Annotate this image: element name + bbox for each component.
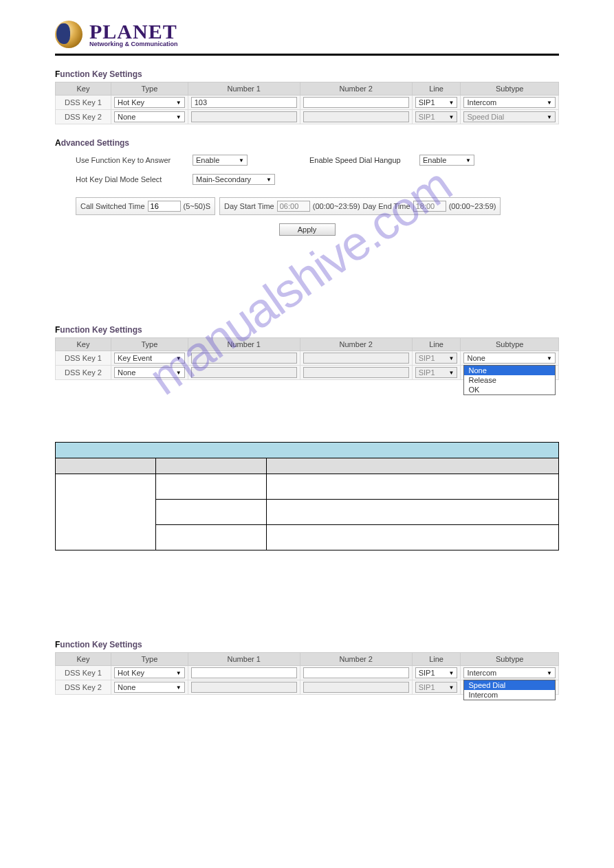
number2-input[interactable]	[303, 97, 409, 108]
header-type: Type	[111, 338, 188, 351]
fk-table-2: Key Type Number 1 Number 2 Line Subtype …	[55, 337, 559, 380]
number2-input	[303, 111, 409, 122]
day-end-input[interactable]: 18:00	[413, 201, 446, 212]
number2-input	[303, 367, 409, 378]
logo-row: PLANET Networking & Communication	[55, 21, 559, 56]
chevron-down-icon: ▼	[176, 114, 182, 120]
subtype-select[interactable]: Intercom▼	[463, 97, 556, 108]
type-select[interactable]: None▼	[114, 111, 185, 122]
chevron-down-icon: ▼	[239, 157, 244, 164]
key-label: DSS Key 1	[56, 96, 111, 110]
description-table	[55, 442, 559, 550]
number1-input	[191, 353, 297, 364]
chevron-down-icon: ▼	[176, 370, 182, 376]
dropdown-option[interactable]: Intercom	[464, 690, 555, 700]
table-row: DSS Key 1 Hot Key▼ 103 SIP1▼ Intercom▼	[56, 96, 559, 110]
number1-input[interactable]	[191, 667, 297, 678]
header-type: Type	[111, 82, 188, 96]
line-select: SIP1▼	[415, 367, 458, 378]
fk-table-1: Key Type Number 1 Number 2 Line Subtype …	[55, 82, 559, 124]
chevron-down-icon: ▼	[176, 685, 182, 691]
type-select[interactable]: None▼	[114, 367, 185, 378]
type-select[interactable]: Hot Key▼	[114, 667, 185, 678]
line-select: SIP1▼	[415, 111, 458, 122]
header-num1: Number 1	[188, 338, 300, 351]
dropdown-option[interactable]: Release	[464, 375, 555, 385]
type-select[interactable]: None▼	[114, 682, 185, 693]
speed-dial-hangup-select[interactable]: Enable▼	[419, 155, 474, 166]
number1-input	[191, 111, 297, 122]
section-title-fk3: Function Key Settings	[55, 640, 559, 649]
subtype-select[interactable]: Intercom▼	[463, 667, 556, 678]
header-subtype: Subtype	[461, 653, 559, 666]
header-line: Line	[412, 82, 461, 96]
chevron-down-icon: ▼	[547, 114, 552, 120]
section-title-fk1: Function Key Settings	[55, 69, 559, 79]
header-subtype: Subtype	[461, 338, 559, 351]
subtype-dropdown[interactable]: None Release OK	[463, 365, 556, 395]
table-row: DSS Key 1 Key Event▼ SIP1▼ None▼ None Re…	[56, 351, 559, 366]
chevron-down-icon: ▼	[449, 370, 454, 376]
chevron-down-icon: ▼	[266, 177, 272, 183]
day-start-label: Day Start Time	[224, 202, 274, 210]
dropdown-option[interactable]: None	[464, 366, 555, 375]
key-label: DSS Key 1	[56, 351, 111, 366]
line-select: SIP1▼	[415, 353, 458, 364]
number2-input	[303, 682, 409, 693]
table-row: DSS Key 2 None▼ SIP1▼ Speed Dial▼	[56, 110, 559, 124]
logo-brand: PLANET	[89, 22, 178, 41]
key-label: DSS Key 1	[56, 666, 111, 680]
header-key: Key	[56, 653, 111, 666]
subtype-dropdown[interactable]: Speed Dial Intercom	[463, 680, 556, 700]
use-fk-answer-select[interactable]: Enable▼	[193, 155, 248, 166]
line-select[interactable]: SIP1▼	[415, 97, 458, 108]
section-title-fk2: Function Key Settings	[55, 325, 559, 335]
logo-icon	[55, 21, 83, 48]
chevron-down-icon: ▼	[449, 355, 454, 361]
dropdown-option[interactable]: Speed Dial	[464, 680, 555, 690]
call-switched-input[interactable]: 16	[148, 201, 181, 212]
header-type: Type	[111, 653, 188, 666]
key-label: DSS Key 2	[56, 366, 111, 380]
line-select[interactable]: SIP1▼	[415, 667, 458, 678]
number2-input[interactable]	[303, 667, 409, 678]
subtype-select[interactable]: None▼	[463, 353, 556, 364]
header-line: Line	[412, 653, 461, 666]
day-range1: (00:00~23:59)	[313, 202, 360, 210]
chevron-down-icon: ▼	[176, 355, 182, 361]
header-num1: Number 1	[188, 82, 300, 96]
header-num2: Number 2	[300, 653, 412, 666]
call-switched-range: (5~50)S	[184, 202, 210, 210]
table-row: DSS Key 1 Hot Key▼ SIP1▼ Intercom▼ Speed…	[56, 666, 559, 680]
number1-input	[191, 367, 297, 378]
type-select[interactable]: Hot Key▼	[114, 97, 185, 108]
chevron-down-icon: ▼	[176, 100, 182, 106]
chevron-down-icon: ▼	[449, 670, 454, 676]
day-time-group: Day Start Time 06:00 (00:00~23:59) Day E…	[219, 197, 501, 215]
number1-input[interactable]: 103	[191, 97, 297, 108]
call-switched-group: Call Switched Time 16 (5~50)S	[76, 197, 215, 215]
chevron-down-icon: ▼	[465, 157, 471, 164]
type-select[interactable]: Key Event▼	[114, 353, 185, 364]
fk-table-3: Key Type Number 1 Number 2 Line Subtype …	[55, 652, 559, 695]
day-range2: (00:00~23:59)	[449, 202, 496, 210]
logo-tagline: Networking & Communication	[89, 41, 178, 47]
use-fk-answer-label: Use Function Key to Answer	[76, 156, 193, 164]
subtype-select: Speed Dial▼	[463, 111, 556, 122]
key-label: DSS Key 2	[56, 110, 111, 124]
hotkey-mode-select[interactable]: Main-Secondary▼	[193, 174, 275, 185]
header-num1: Number 1	[188, 653, 300, 666]
header-num2: Number 2	[300, 82, 412, 96]
chevron-down-icon: ▼	[547, 670, 552, 676]
day-end-label: Day End Time	[363, 202, 410, 210]
number2-input	[303, 353, 409, 364]
apply-button[interactable]: Apply	[279, 223, 336, 236]
chevron-down-icon: ▼	[176, 670, 182, 676]
day-start-input[interactable]: 06:00	[277, 201, 310, 212]
chevron-down-icon: ▼	[449, 100, 454, 106]
chevron-down-icon: ▼	[547, 100, 552, 106]
line-select: SIP1▼	[415, 682, 458, 693]
chevron-down-icon: ▼	[547, 355, 552, 361]
header-subtype: Subtype	[461, 82, 559, 96]
dropdown-option[interactable]: OK	[464, 385, 555, 394]
